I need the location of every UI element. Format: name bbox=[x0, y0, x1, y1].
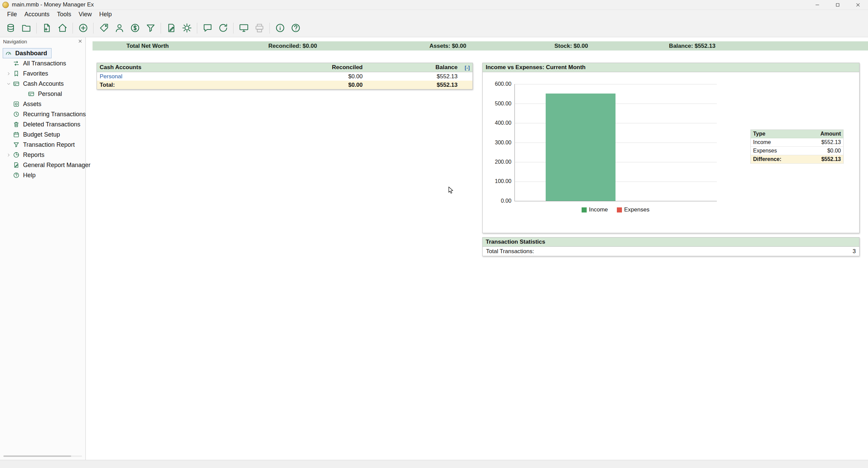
sidebar-item-cash-accounts[interactable]: Cash Accounts bbox=[0, 79, 85, 89]
navigation-tree: Dashboard All Transactions Favorites Cas… bbox=[0, 46, 85, 180]
refresh-icon bbox=[218, 23, 228, 33]
maximize-icon bbox=[835, 2, 840, 7]
menu-view[interactable]: View bbox=[75, 10, 96, 19]
income-vs-expenses-header: Income vs Expenses: Current Month bbox=[483, 63, 859, 72]
sidebar-item-recurring-transactions[interactable]: Recurring Transactions bbox=[0, 109, 85, 119]
window-controls bbox=[807, 0, 868, 9]
sidebar-item-personal[interactable]: Personal bbox=[0, 89, 85, 99]
tags-button[interactable] bbox=[96, 20, 112, 36]
title-bar: main.mmb - Money Manager Ex bbox=[0, 0, 868, 10]
legend-item-income: Income bbox=[582, 206, 608, 213]
type-column-header: Type bbox=[753, 131, 804, 137]
sidebar-item-assets[interactable]: Assets bbox=[0, 99, 85, 109]
account-link-personal[interactable]: Personal bbox=[100, 73, 254, 80]
chart-bar-income bbox=[546, 94, 615, 201]
difference-row: Difference: $552.13 bbox=[751, 155, 843, 164]
sidebar-item-deleted-transactions[interactable]: Deleted Transactions bbox=[0, 119, 85, 129]
minimize-button[interactable] bbox=[807, 0, 827, 9]
income-vs-expenses-panel: Income vs Expenses: Current Month 600.00… bbox=[482, 63, 860, 233]
legend-item-expenses: Expenses bbox=[617, 206, 650, 213]
sidebar-item-all-transactions[interactable]: All Transactions bbox=[0, 58, 85, 68]
scrollbar-thumb[interactable] bbox=[3, 455, 71, 457]
sidebar-item-transaction-report[interactable]: Transaction Report bbox=[0, 140, 85, 150]
pie-chart-icon bbox=[13, 151, 23, 158]
navigation-panel: Navigation Dashboard All Transactions Fa… bbox=[0, 37, 86, 460]
payees-button[interactable] bbox=[112, 20, 127, 36]
collapse-widget[interactable]: [-] bbox=[458, 65, 470, 70]
chevron-spacer bbox=[4, 129, 13, 140]
chevron-spacer bbox=[4, 109, 13, 119]
y-tick: 400.00 bbox=[495, 120, 511, 126]
legend-label: Expenses bbox=[624, 206, 650, 213]
feedback-button[interactable] bbox=[200, 20, 215, 36]
menu-file[interactable]: File bbox=[3, 10, 21, 19]
sidebar-item-reports[interactable]: Reports bbox=[0, 150, 85, 160]
chevron-spacer bbox=[4, 160, 13, 170]
toolbar-separator bbox=[269, 23, 270, 34]
chevron-spacer bbox=[4, 99, 13, 109]
speech-bubble-icon bbox=[202, 23, 213, 33]
document-pencil-icon bbox=[13, 162, 23, 168]
credit-card-icon bbox=[13, 80, 23, 87]
about-button[interactable] bbox=[272, 20, 288, 36]
close-button[interactable] bbox=[848, 0, 868, 9]
total-reconciled-value: $0.00 bbox=[254, 82, 363, 88]
sidebar-item-budget-setup[interactable]: Budget Setup bbox=[0, 129, 85, 140]
options-button[interactable] bbox=[179, 20, 195, 36]
clock-icon bbox=[13, 111, 23, 118]
new-file-button[interactable] bbox=[39, 20, 55, 36]
income-row-amount: $552.13 bbox=[804, 139, 841, 145]
minimize-icon bbox=[815, 2, 820, 7]
open-folder-icon bbox=[21, 23, 32, 33]
transaction-filter-button[interactable] bbox=[143, 20, 158, 36]
funnel-icon bbox=[13, 141, 23, 148]
sidebar-item-help[interactable]: Help bbox=[0, 170, 85, 180]
main-region: Navigation Dashboard All Transactions Fa… bbox=[0, 37, 868, 460]
maximize-button[interactable] bbox=[827, 0, 848, 9]
chevron-spacer bbox=[4, 58, 13, 68]
transactions-icon bbox=[13, 60, 23, 67]
sidebar-item-favorites[interactable]: Favorites bbox=[0, 68, 85, 79]
chevron-spacer bbox=[4, 170, 13, 180]
info-icon bbox=[275, 23, 285, 33]
currencies-button[interactable] bbox=[127, 20, 143, 36]
sidebar-item-general-report-manager[interactable]: General Report Manager bbox=[0, 160, 85, 170]
dashboard-icon bbox=[5, 50, 15, 57]
expenses-swatch bbox=[617, 207, 622, 212]
home-button[interactable] bbox=[55, 20, 70, 36]
legend-label: Income bbox=[589, 206, 608, 213]
account-balance-value: $552.13 bbox=[363, 73, 458, 80]
income-expenses-table: Type Amount Income $552.13 Expenses $0.0… bbox=[750, 129, 844, 164]
difference-row-label: Difference: bbox=[753, 156, 804, 162]
table-row: Expenses $0.00 bbox=[751, 147, 843, 155]
transaction-statistics-panel: Transaction Statistics Total Transaction… bbox=[482, 237, 860, 256]
total-transactions-value: 3 bbox=[853, 248, 856, 255]
cash-accounts-header: Cash Accounts Reconciled Balance [-] bbox=[97, 63, 472, 72]
filter-icon bbox=[145, 23, 156, 33]
chevron-spacer bbox=[4, 119, 13, 129]
general-report-manager-button[interactable] bbox=[163, 20, 179, 36]
transaction-statistics-header: Transaction Statistics bbox=[483, 238, 859, 247]
open-database-button[interactable] bbox=[18, 20, 34, 36]
new-transaction-button[interactable] bbox=[75, 20, 91, 36]
chevron-right-icon[interactable] bbox=[4, 68, 13, 79]
reconciled-column-header: Reconciled bbox=[254, 64, 363, 71]
menu-tools[interactable]: Tools bbox=[53, 10, 75, 19]
bookmark-icon bbox=[13, 70, 23, 77]
cash-accounts-title: Cash Accounts bbox=[100, 64, 254, 71]
full-screen-button[interactable] bbox=[236, 20, 251, 36]
chevron-right-icon[interactable] bbox=[4, 150, 13, 160]
navigation-close-button[interactable] bbox=[78, 39, 82, 44]
new-database-button[interactable] bbox=[3, 20, 18, 36]
chevron-down-icon[interactable] bbox=[4, 79, 13, 89]
horizontal-scrollbar[interactable] bbox=[3, 455, 82, 457]
table-header-row: Type Amount bbox=[751, 130, 843, 138]
sidebar-item-dashboard[interactable]: Dashboard bbox=[3, 48, 52, 58]
gear-icon bbox=[182, 23, 192, 33]
menu-help[interactable]: Help bbox=[96, 10, 116, 19]
menu-accounts[interactable]: Accounts bbox=[21, 10, 53, 19]
table-row: Personal $0.00 $552.13 bbox=[97, 72, 472, 81]
chevron-spacer bbox=[4, 140, 13, 150]
check-updates-button[interactable] bbox=[215, 20, 231, 36]
help-button[interactable] bbox=[288, 20, 303, 36]
